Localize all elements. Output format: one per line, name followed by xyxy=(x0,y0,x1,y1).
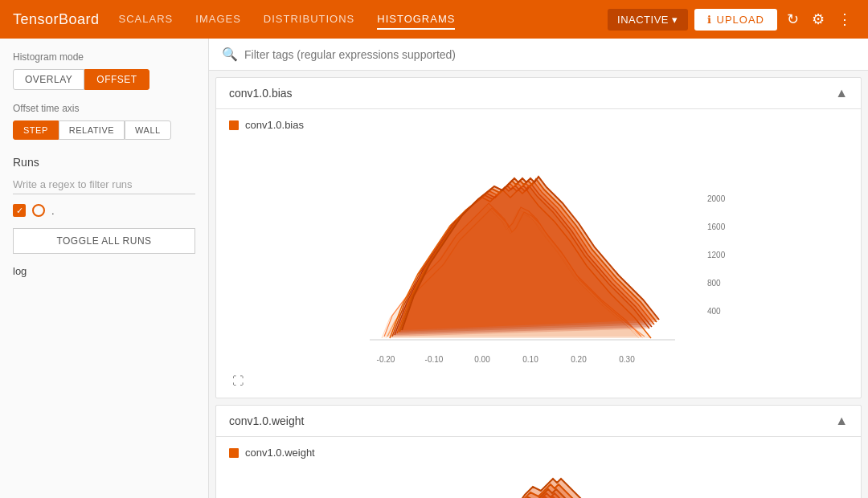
svg-text:1200: 1200 xyxy=(707,251,726,259)
histogram-mode-label: Histogram mode xyxy=(13,51,195,63)
nav-histograms[interactable]: HISTOGRAMS xyxy=(377,10,455,30)
svg-text:400: 400 xyxy=(707,307,721,316)
histogram-chart-1: -0.20 -0.10 0.00 0.10 0.20 0.30 400 800 … xyxy=(229,137,848,370)
histogram-mode-buttons: OVERLAY OFFSET xyxy=(13,69,195,90)
histogram-svg-2: -0.5 -0.3 -0.1 0.1 0.3 0.5 400 800 1200 … xyxy=(229,465,848,498)
collapse-icon-conv1-weight: ▲ xyxy=(835,414,848,428)
color-dot-1 xyxy=(229,120,239,130)
nav-scalars[interactable]: SCALARS xyxy=(119,10,174,30)
nav-distributions[interactable]: DISTRIBUTIONS xyxy=(264,10,354,30)
refresh-button[interactable]: ↻ xyxy=(784,7,802,31)
run-checkbox[interactable] xyxy=(13,204,26,217)
offset-mode-btn[interactable]: OFFSET xyxy=(84,69,149,90)
histogram-1: -0.20 -0.10 0.00 0.10 0.20 0.30 400 800 … xyxy=(229,137,848,374)
svg-text:-0.10: -0.10 xyxy=(425,355,444,364)
nav-images[interactable]: IMAGES xyxy=(195,10,241,30)
run-item-1: . xyxy=(13,204,195,217)
color-dot-2 xyxy=(229,448,239,458)
wall-axis-btn[interactable]: WALL xyxy=(125,120,171,140)
histogram-2: -0.5 -0.3 -0.1 0.1 0.3 0.5 400 800 1200 … xyxy=(229,465,848,498)
sidebar: Histogram mode OVERLAY OFFSET Offset tim… xyxy=(0,39,209,498)
svg-text:0.10: 0.10 xyxy=(522,355,538,364)
main-content: 🔍 conv1.0.bias ▲ conv1.0.bias xyxy=(209,39,868,498)
svg-text:1600: 1600 xyxy=(707,222,726,231)
search-icon: 🔍 xyxy=(222,47,238,62)
chart-section-conv1-weight: conv1.0.weight ▲ conv1.0.weight xyxy=(215,405,862,498)
axis-buttons: STEP RELATIVE WALL xyxy=(13,120,195,140)
header-actions: INACTIVE ▾ ℹ UPLOAD ↻ ⚙ ⋮ xyxy=(608,7,855,31)
chart-section-conv1-bias: conv1.0.bias ▲ conv1.0.bias xyxy=(215,77,862,398)
settings-button[interactable]: ⚙ xyxy=(809,7,828,31)
chart-title-conv1-bias: conv1.0.bias xyxy=(229,87,293,100)
tag-filter-input[interactable] xyxy=(244,48,855,61)
tensorboard-logo: TensorBoard xyxy=(13,11,100,28)
log-label: log xyxy=(13,265,27,277)
svg-text:0.30: 0.30 xyxy=(619,355,635,364)
chart-header-conv1-bias[interactable]: conv1.0.bias ▲ xyxy=(216,78,861,109)
chart-title-conv1-weight: conv1.0.weight xyxy=(229,414,304,427)
chart-header-conv1-weight[interactable]: conv1.0.weight ▲ xyxy=(216,406,861,437)
histogram-svg-1: -0.20 -0.10 0.00 0.10 0.20 0.30 400 800 … xyxy=(229,137,848,374)
chart-name-2: conv1.0.weight xyxy=(245,447,315,459)
relative-axis-btn[interactable]: RELATIVE xyxy=(59,120,125,140)
chart-body-conv1-weight: conv1.0.weight xyxy=(216,437,861,498)
overlay-mode-btn[interactable]: OVERLAY xyxy=(13,69,84,90)
main-nav: SCALARS IMAGES DISTRIBUTIONS HISTOGRAMS xyxy=(119,10,589,30)
main-layout: Histogram mode OVERLAY OFFSET Offset tim… xyxy=(0,39,868,498)
run-label: . xyxy=(51,205,55,217)
fullscreen-btn-1[interactable]: ⛶ xyxy=(229,374,244,387)
offset-time-label: Offset time axis xyxy=(13,103,195,114)
histogram-chart-2: -0.5 -0.3 -0.1 0.1 0.3 0.5 400 800 1200 … xyxy=(229,465,848,498)
chart-name-1: conv1.0.bias xyxy=(245,119,304,131)
runs-filter-input[interactable] xyxy=(13,175,195,194)
upload-button[interactable]: ℹ UPLOAD xyxy=(694,9,777,31)
search-bar: 🔍 xyxy=(209,39,868,71)
collapse-icon-conv1-bias: ▲ xyxy=(835,86,848,100)
chart-name-row-1: conv1.0.bias xyxy=(229,119,848,131)
inactive-dropdown[interactable]: INACTIVE ▾ xyxy=(608,9,687,31)
svg-text:2000: 2000 xyxy=(707,194,726,203)
header: TensorBoard SCALARS IMAGES DISTRIBUTIONS… xyxy=(0,0,868,39)
more-button[interactable]: ⋮ xyxy=(834,7,855,31)
toggle-all-runs-button[interactable]: TOGGLE ALL RUNS xyxy=(13,228,195,254)
run-circle[interactable] xyxy=(32,204,45,217)
chart-name-row-2: conv1.0.weight xyxy=(229,447,848,459)
svg-text:-0.20: -0.20 xyxy=(377,355,395,364)
svg-text:800: 800 xyxy=(707,279,721,288)
step-axis-btn[interactable]: STEP xyxy=(13,120,59,140)
chart-body-conv1-bias: conv1.0.bias xyxy=(216,109,861,398)
svg-text:0.20: 0.20 xyxy=(571,355,587,364)
svg-text:0.00: 0.00 xyxy=(474,355,490,364)
runs-title: Runs xyxy=(13,156,195,169)
